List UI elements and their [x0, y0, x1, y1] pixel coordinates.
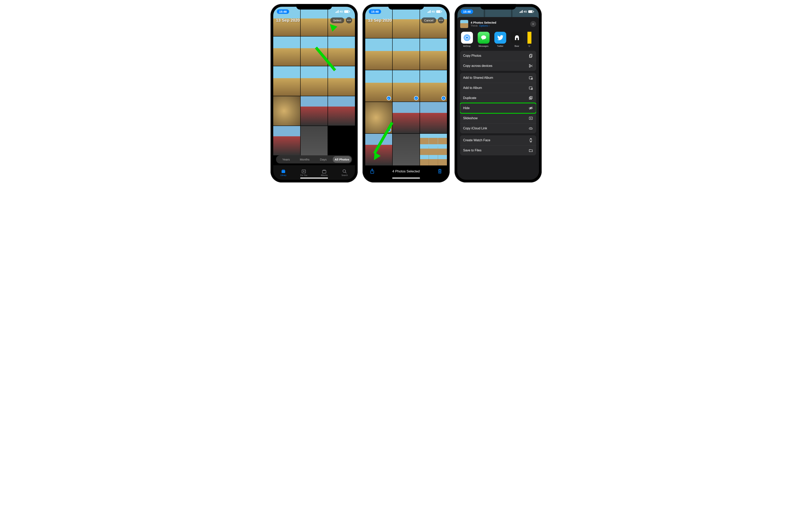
tab-search[interactable]: Search — [335, 166, 355, 180]
library-icon — [281, 169, 286, 174]
photo-thumb[interactable] — [273, 96, 300, 126]
svg-line-24 — [529, 107, 532, 110]
location-label: Thirsk — [471, 24, 478, 27]
battery-icon — [528, 10, 533, 13]
photo-thumb-selected[interactable]: ✓ — [365, 70, 392, 102]
ellipsis-icon — [347, 20, 351, 21]
hide-icon — [529, 106, 533, 110]
app-label: Twitter — [497, 45, 503, 47]
photo-thumb[interactable] — [300, 36, 327, 66]
action-hide[interactable]: Hide — [460, 103, 536, 113]
segment-years[interactable]: Years — [277, 156, 295, 163]
photo-thumb[interactable] — [328, 36, 355, 66]
action-group: Add to Shared Album Add to Album Duplica… — [460, 73, 536, 133]
status-right: 4G — [336, 10, 349, 13]
photo-grid[interactable] — [273, 7, 355, 155]
status-right: 4G — [428, 10, 441, 13]
close-button[interactable]: ✕ — [530, 21, 536, 27]
phone-frame-2: 15:48 4G 13 Sep 2020 Cancel ✓ ✓ ✓ ✓ — [362, 4, 450, 183]
app-twitter[interactable]: Twitter — [494, 32, 506, 47]
status-time: 15:48 — [277, 9, 289, 14]
photo-thumb[interactable] — [300, 126, 327, 155]
trash-icon — [437, 168, 442, 174]
photo-thumb[interactable] — [420, 38, 447, 70]
photo-grid[interactable]: ✓ ✓ ✓ ✓ — [365, 7, 447, 165]
action-slideshow[interactable]: Slideshow — [460, 113, 536, 124]
photo-thumb[interactable] — [300, 96, 327, 126]
more-button[interactable] — [438, 17, 444, 23]
action-duplicate[interactable]: Duplicate — [460, 93, 536, 103]
select-button[interactable]: Select — [330, 18, 344, 23]
action-label: Copy Photos — [463, 54, 482, 57]
photo-thumb-selected[interactable]: ✓ — [393, 70, 419, 102]
photo-thumb[interactable] — [300, 66, 327, 95]
carrier-label: 4G — [432, 10, 435, 13]
segment-days[interactable]: Days — [314, 156, 333, 163]
delete-button[interactable] — [437, 168, 442, 174]
action-label: Add to Shared Album — [463, 76, 493, 80]
action-add-album[interactable]: Add to Album — [460, 83, 536, 93]
share-actions[interactable]: Copy Photos Copy across devices Add to S… — [457, 51, 539, 180]
cancel-button[interactable]: Cancel — [422, 18, 436, 23]
tab-label: Search — [342, 174, 348, 176]
options-link[interactable]: Options › — [479, 24, 490, 27]
status-time: 15:48 — [461, 9, 473, 14]
photo-thumb[interactable] — [393, 102, 419, 133]
home-indicator[interactable] — [300, 177, 328, 179]
copy-icon — [529, 54, 533, 58]
albums-icon — [322, 169, 327, 174]
photo-thumb[interactable] — [328, 126, 355, 155]
view-segmented-control[interactable]: Years Months Days All Photos — [276, 155, 352, 163]
photos-header: 13 Sep 2020 Select — [273, 17, 355, 23]
tab-library[interactable]: Library — [273, 166, 294, 180]
status-right: 4G — [520, 10, 533, 13]
photo-thumb-selected[interactable]: ✓ — [420, 70, 447, 102]
action-label: Duplicate — [463, 96, 476, 100]
app-bear[interactable]: Bear — [511, 32, 523, 47]
app-messages[interactable]: Messages — [477, 32, 490, 47]
check-icon: ✓ — [387, 96, 391, 100]
share-button[interactable] — [370, 168, 375, 174]
action-copy-photos[interactable]: Copy Photos — [460, 51, 536, 61]
partial-app-icon — [527, 32, 531, 44]
svg-rect-28 — [530, 141, 531, 142]
foryou-icon — [301, 169, 307, 174]
photo-thumb[interactable] — [273, 126, 300, 155]
app-label: Messages — [478, 45, 488, 47]
photo-thumb[interactable] — [420, 102, 447, 133]
action-copy-across-devices[interactable]: Copy across devices — [460, 61, 536, 71]
photo-thumb[interactable] — [393, 134, 419, 165]
check-icon: ✓ — [414, 96, 418, 100]
segment-months[interactable]: Months — [295, 156, 314, 163]
share-subtitle: Thirsk Options › — [471, 24, 528, 27]
home-indicator[interactable] — [392, 177, 420, 179]
action-shared-album[interactable]: Add to Shared Album — [460, 73, 536, 83]
tab-label: Albums — [321, 174, 327, 176]
photo-thumb[interactable] — [365, 38, 392, 70]
phone-frame-1: 15:48 4G 13 Sep 2020 Select — [270, 4, 358, 183]
photo-thumb[interactable] — [273, 66, 300, 95]
notch — [388, 4, 424, 9]
action-icloud-link[interactable]: Copy iCloud Link — [460, 124, 536, 133]
photo-thumb[interactable] — [328, 96, 355, 126]
photo-thumb[interactable] — [328, 66, 355, 95]
svg-rect-26 — [530, 139, 532, 142]
photo-thumb[interactable] — [393, 38, 419, 70]
svg-point-5 — [343, 170, 346, 172]
photo-thumb[interactable] — [420, 134, 447, 165]
share-apps-row[interactable]: AirDrop Messages Twitter — [457, 31, 539, 51]
app-partial[interactable]: U — [527, 32, 531, 47]
app-airdrop[interactable]: AirDrop — [461, 32, 473, 47]
photo-thumb[interactable] — [365, 134, 392, 165]
action-save-files[interactable]: Save to Files — [460, 145, 536, 155]
more-button[interactable] — [346, 17, 352, 23]
photo-thumb[interactable] — [273, 36, 300, 66]
segment-all-photos[interactable]: All Photos — [333, 156, 351, 163]
screen-1: 15:48 4G 13 Sep 2020 Select — [273, 7, 355, 180]
svg-point-14 — [529, 64, 530, 66]
shared-album-icon — [529, 76, 533, 80]
action-watch-face[interactable]: Create Watch Face — [460, 135, 536, 145]
bear-icon — [511, 32, 523, 44]
svg-rect-0 — [282, 170, 285, 173]
svg-rect-19 — [529, 87, 532, 89]
